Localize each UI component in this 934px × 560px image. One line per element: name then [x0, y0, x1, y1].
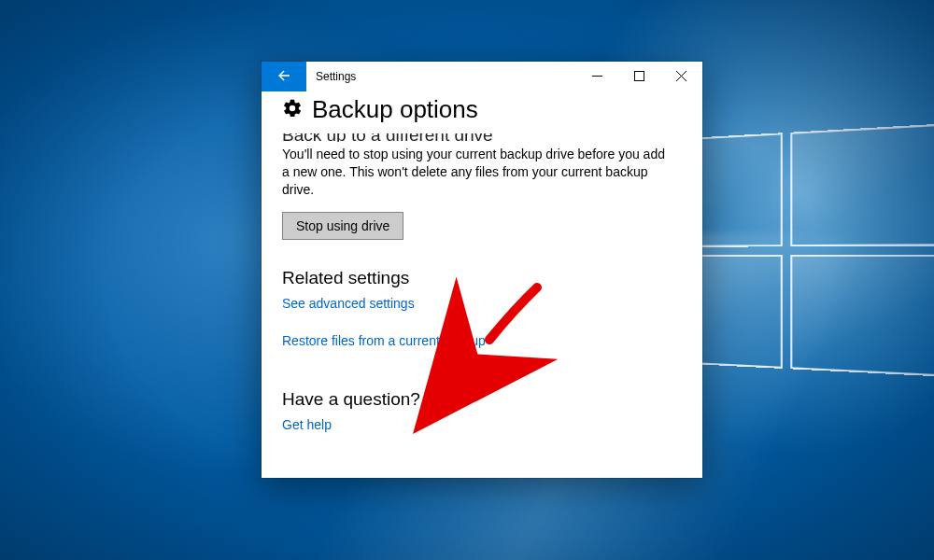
- backup-drive-description: You'll need to stop using your current b…: [282, 146, 665, 199]
- back-button[interactable]: [262, 62, 306, 91]
- stop-using-drive-button[interactable]: Stop using drive: [282, 212, 403, 240]
- maximize-icon: [634, 69, 644, 84]
- window-title: Settings: [306, 62, 576, 91]
- page-title: Backup options: [312, 95, 478, 124]
- section-heading-related: Related settings: [282, 268, 682, 288]
- page-header: Backup options: [262, 91, 702, 133]
- settings-window: Settings Backup options Back up to a dif…: [262, 62, 702, 478]
- titlebar[interactable]: Settings: [262, 62, 702, 91]
- maximize-button[interactable]: [618, 62, 660, 91]
- close-icon: [676, 69, 686, 84]
- gear-icon: [282, 98, 303, 121]
- section-heading-backup-drive: Back up to a different drive: [282, 133, 682, 142]
- content-area: Back up to a different drive You'll need…: [262, 133, 702, 466]
- close-button[interactable]: [660, 62, 702, 91]
- minimize-button[interactable]: [576, 62, 618, 91]
- minimize-icon: [592, 69, 602, 84]
- link-restore-files[interactable]: Restore files from a current backup: [282, 333, 486, 348]
- link-get-help[interactable]: Get help: [282, 417, 332, 432]
- svg-rect-0: [635, 72, 644, 81]
- arrow-left-icon: [276, 67, 292, 87]
- link-see-advanced-settings[interactable]: See advanced settings: [282, 296, 415, 311]
- section-heading-help: Have a question?: [282, 389, 682, 410]
